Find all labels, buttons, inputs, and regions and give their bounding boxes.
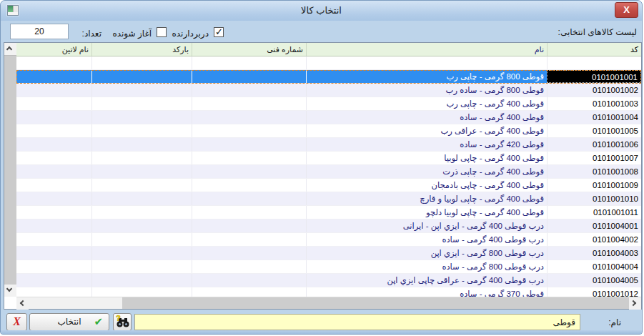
cell-tech-no — [192, 165, 306, 178]
select-button[interactable]: انتخاب ✔ — [29, 313, 109, 331]
contains-label: دربردارنده — [172, 29, 209, 39]
table-row[interactable]: 0101001001 قوطی 800 گرمی - چاپی رب — [16, 70, 641, 84]
cell-barcode — [91, 152, 192, 164]
table-row[interactable]: 0101001008 قوطی 400 گرمی - چاپی ذرت — [16, 165, 641, 179]
cell-code: 0101004003 — [547, 247, 641, 260]
column-header-name[interactable]: نام — [306, 43, 547, 56]
column-header-tech-no[interactable]: شماره فنی — [192, 43, 306, 56]
cell-name: قوطی 400 گرمی - ساده — [306, 111, 547, 124]
cell-code: 0101001004 — [547, 111, 641, 124]
cell-name: درب قوطی 800 گرمی - ایزي اپن — [306, 247, 547, 260]
table-row[interactable]: 0101001007 قوطی 400 گرمی - چاپی لوبیا — [16, 152, 641, 165]
items-grid: کد نام شماره فنی بارکد نام لاتین 0101001… — [4, 42, 642, 310]
cell-code: 0101004005 — [547, 274, 641, 287]
cell-tech-no — [192, 56, 306, 69]
cell-barcode — [91, 70, 192, 83]
cell-latin-name — [16, 233, 91, 246]
name-search-input[interactable] — [134, 314, 580, 330]
column-header-barcode[interactable]: بارکد — [91, 43, 192, 56]
cell-code: 0101001011 — [547, 206, 641, 219]
cell-tech-no — [192, 84, 306, 97]
chevron-left-icon — [20, 300, 26, 306]
horizontal-scroll-thumb[interactable] — [122, 297, 629, 309]
table-row[interactable]: 0101001011 قوطی 400 گرمی - چاپی لوبیا دل… — [16, 206, 641, 219]
table-row[interactable]: 0101001002 قوطی 800 گرمی - ساده رب — [16, 84, 641, 97]
cell-name: قوطی 400 گرمی - چاپی لوبیا و قارچ — [306, 192, 547, 205]
table-row[interactable]: 0101001012 قوطی 370 گرمی - ساده — [16, 287, 641, 297]
cell-name: قوطی 400 گرمی - عراقی رب — [306, 124, 547, 137]
table-row[interactable]: 0101001004 قوطی 400 گرمی - ساده — [16, 111, 641, 124]
chevron-up-icon — [6, 46, 12, 52]
cell-latin-name — [16, 260, 91, 273]
cell-latin-name — [16, 97, 91, 110]
vertical-scrollbar[interactable] — [4, 43, 16, 297]
title-bar[interactable]: انتخاب کالا X — [1, 1, 642, 21]
cancel-button[interactable]: X — [6, 313, 27, 331]
table-row[interactable]: 0101004004 درب قوطی 800 گرمی - ساده — [16, 260, 641, 274]
cell-barcode — [91, 233, 192, 246]
cell-barcode — [91, 124, 192, 137]
cell-barcode — [91, 138, 192, 151]
cell-name: قوطی 800 گرمی - ساده رب — [306, 84, 547, 97]
cell-tech-no — [192, 152, 306, 164]
cell-tech-no — [192, 138, 306, 151]
scroll-down-button[interactable] — [4, 285, 16, 297]
cell-name: قوطی 800 گرمی - چاپی رب — [306, 70, 547, 83]
table-row[interactable]: 0101001003 قوطی 400 گرمی - چاپی رب — [16, 97, 641, 111]
help-question-icon: ? — [116, 314, 121, 322]
table-row[interactable]: 0101004003 درب قوطی 800 گرمی - ایزي اپن — [16, 247, 641, 260]
table-row[interactable]: 0101004002 درب قوطی 400 گرمی - ساده — [16, 233, 641, 247]
cell-latin-name — [16, 56, 91, 69]
cell-tech-no — [192, 97, 306, 110]
table-row[interactable]: 0101004001 درب قوطی 400 گرمی - ایزي اپن … — [16, 219, 641, 233]
table-row[interactable]: 0101001009 قوطی 400 گرمی - چاپی بادمجان — [16, 179, 641, 192]
cell-latin-name — [16, 138, 91, 151]
chevron-right-icon — [630, 300, 636, 306]
cell-latin-name — [16, 152, 91, 164]
cell-latin-name — [16, 219, 91, 232]
cell-name: درب قوطی 800 گرمی - ساده — [306, 260, 547, 273]
form-icon — [7, 5, 19, 16]
cell-code — [547, 56, 641, 69]
vertical-scroll-thumb[interactable] — [4, 55, 16, 285]
scroll-up-button[interactable] — [4, 43, 16, 55]
starts-with-checkbox[interactable] — [157, 27, 167, 37]
table-row[interactable]: 0101001005 قوطی 400 گرمی - عراقی رب — [16, 124, 641, 138]
count-input[interactable]: 20 — [10, 24, 69, 39]
cell-name: قوطی 400 گرمی - چاپی لوبیا — [306, 152, 547, 164]
find-button[interactable]: ? — [113, 313, 132, 331]
scroll-right-button[interactable] — [629, 297, 641, 310]
grid: کد نام شماره فنی بارکد نام لاتین 0101001… — [16, 43, 641, 297]
cell-barcode — [91, 179, 192, 192]
table-row[interactable]: 0101001006 قوطی 420 گرمی - ساده — [16, 138, 641, 152]
cell-tech-no — [192, 247, 306, 260]
cell-name — [306, 56, 547, 69]
cell-barcode — [91, 56, 192, 69]
cell-latin-name — [16, 192, 91, 205]
chevron-down-icon — [6, 286, 12, 292]
checkmark-icon: ✔ — [94, 315, 103, 328]
cell-latin-name — [16, 70, 91, 83]
cell-barcode — [91, 111, 192, 124]
cell-code: 0101001009 — [547, 179, 641, 192]
table-row[interactable] — [16, 56, 641, 70]
cell-latin-name — [16, 84, 91, 97]
cell-name: درب قوطی 400 گرمی - ساده — [306, 233, 547, 246]
column-header-latin-name[interactable]: نام لاتین — [16, 43, 91, 56]
cell-barcode — [91, 287, 192, 297]
grid-body: 0101001001 قوطی 800 گرمی - چاپی رب 01010… — [16, 56, 641, 297]
cell-code: 0101001005 — [547, 124, 641, 137]
horizontal-scrollbar[interactable] — [16, 297, 641, 309]
scroll-left-button[interactable] — [16, 297, 29, 310]
cell-barcode — [91, 219, 192, 232]
table-row[interactable]: 0101004005 درب قوطی 400 گرمی - عراقی چاپ… — [16, 274, 641, 287]
cell-barcode — [91, 192, 192, 205]
table-row[interactable]: 0101001010 قوطی 400 گرمی - چاپی لوبیا و … — [16, 192, 641, 206]
cell-code: 0101001001 — [547, 70, 641, 83]
item-select-dialog: انتخاب کالا X لیست کالاهای انتخابی: دربر… — [0, 0, 643, 335]
contains-checkbox[interactable] — [214, 27, 224, 37]
cell-code: 0101004004 — [547, 260, 641, 273]
cancel-x-icon: X — [7, 314, 26, 330]
close-button[interactable]: X — [615, 2, 638, 18]
column-header-code[interactable]: کد — [547, 43, 641, 56]
